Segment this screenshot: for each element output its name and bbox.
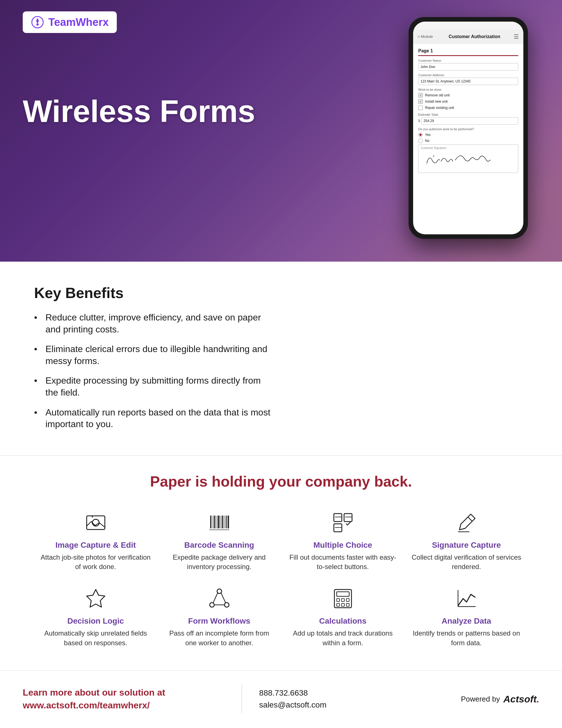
paper-title: Paper is holding your company back. <box>23 473 539 490</box>
svg-rect-29 <box>337 599 339 601</box>
multiple-choice-icon <box>330 510 356 535</box>
phone-nav-back: < Module <box>418 34 433 39</box>
svg-line-25 <box>221 593 226 603</box>
feature-signature-capture: Signature Capture Collect digital verifi… <box>410 510 522 572</box>
feature-signature-capture-name: Signature Capture <box>432 541 501 550</box>
feature-barcode-scanning-name: Barcode Scanning <box>185 541 254 550</box>
phone-outer: < Module Customer Authorization ☰ Page 1… <box>408 17 528 239</box>
checkbox-remove-label: Remove old unit <box>425 93 450 97</box>
svg-point-22 <box>210 603 214 607</box>
checkbox-install-new-unit[interactable]: ✓ Install new unit <box>418 99 518 104</box>
svg-marker-20 <box>87 590 105 607</box>
feature-calculations-name: Calculations <box>319 617 366 626</box>
customer-name-label: Customer Name: <box>418 59 518 62</box>
estimate-input[interactable] <box>421 117 518 125</box>
phone-nav-title: Customer Authorization <box>435 34 514 39</box>
benefit-item-4: Automatically run reports based on the d… <box>34 407 276 430</box>
radio-yes-dot <box>418 133 423 137</box>
features-grid: Image Capture & Edit Attach job-site pho… <box>40 510 522 648</box>
feature-multiple-choice: Multiple Choice Fill out documents faste… <box>287 510 399 572</box>
svg-point-1 <box>36 23 39 26</box>
feature-form-workflows-desc: Pass off an incomplete form from one wor… <box>163 628 275 648</box>
footer-email: sales@actsoft.com <box>259 700 461 710</box>
feature-barcode-scanning-desc: Expedite package delivery and inventory … <box>163 553 275 572</box>
phone-inner: < Module Customer Authorization ☰ Page 1… <box>413 22 523 234</box>
svg-rect-33 <box>341 603 344 606</box>
signature-label: Customer Signature: <box>421 146 447 150</box>
footer-left: Learn more about our solution atwww.acts… <box>23 686 225 712</box>
footer-section: Learn more about our solution atwww.acts… <box>0 670 562 727</box>
radio-no[interactable]: No <box>418 138 518 143</box>
logo-text: TeamWherx <box>48 16 109 28</box>
footer-powered: Powered by Actsoft. <box>461 694 539 705</box>
svg-line-24 <box>213 593 218 603</box>
customer-address-input[interactable] <box>418 78 518 85</box>
footer-actsoft-logo: Actsoft. <box>503 694 539 705</box>
svg-line-18 <box>468 517 472 521</box>
feature-analyze-data-desc: Identify trends or patterns based on for… <box>410 628 522 648</box>
benefits-section: Key Benefits Reduce clutter, improve eff… <box>0 262 562 455</box>
hero-section: TeamWherx Wireless Forms < Module Custom… <box>0 0 562 262</box>
feature-image-capture: Image Capture & Edit Attach job-site pho… <box>40 510 152 572</box>
phone-nav-menu-icon[interactable]: ☰ <box>514 33 519 40</box>
radio-no-label: No <box>425 139 429 143</box>
svg-point-23 <box>225 603 229 607</box>
radio-no-dot <box>418 138 423 143</box>
svg-point-21 <box>217 589 222 593</box>
benefits-title: Key Benefits <box>34 284 276 301</box>
analyze-data-icon <box>454 586 479 611</box>
barcode-scanning-icon <box>207 510 232 535</box>
benefit-item-2: Eliminate clerical errors due to illegib… <box>34 343 276 367</box>
signature-capture-icon <box>454 510 479 535</box>
decision-logic-icon <box>83 586 109 611</box>
estimate-row: $ <box>418 117 518 125</box>
feature-calculations: Calculations Add up totals and track dur… <box>287 586 399 648</box>
feature-multiple-choice-name: Multiple Choice <box>313 541 372 550</box>
work-label: Work to be done: <box>418 88 518 91</box>
footer-learn-text[interactable]: Learn more about our solution atwww.acts… <box>23 686 225 712</box>
customer-address-label: Customer Address: <box>418 73 518 77</box>
teamwherx-logo-icon <box>31 15 44 29</box>
phone-page-label: Page 1 <box>418 48 518 56</box>
paper-section: Paper is holding your company back. Imag… <box>0 455 562 670</box>
radio-yes-label: Yes <box>425 133 431 137</box>
svg-rect-34 <box>346 603 349 606</box>
feature-multiple-choice-desc: Fill out documents faster with easy-to-s… <box>287 553 399 572</box>
feature-image-capture-desc: Attach job-site photos for verification … <box>40 553 152 572</box>
logo-box[interactable]: TeamWherx <box>23 11 117 33</box>
benefits-left: Key Benefits Reduce clutter, improve eff… <box>34 284 276 438</box>
svg-rect-2 <box>87 516 105 530</box>
feature-barcode-scanning: Barcode Scanning Expedite package delive… <box>163 510 275 572</box>
phone-nav-bar: < Module Customer Authorization ☰ <box>413 30 523 44</box>
checkbox-remove-old-unit[interactable]: ✓ Remove old unit <box>418 93 518 98</box>
footer-divider <box>242 685 242 713</box>
checkbox-repair-icon <box>418 106 423 110</box>
feature-signature-capture-desc: Collect digital verification of services… <box>410 553 522 572</box>
customer-name-input[interactable] <box>418 63 518 71</box>
benefits-list: Reduce clutter, improve efficiency, and … <box>34 312 276 430</box>
svg-rect-16 <box>344 514 352 522</box>
calculations-icon <box>330 586 356 611</box>
svg-rect-28 <box>337 592 349 596</box>
feature-image-capture-name: Image Capture & Edit <box>55 541 136 550</box>
footer-powered-text: Powered by <box>461 695 500 704</box>
benefit-item-3: Expedite processing by submitting forms … <box>34 375 276 398</box>
feature-form-workflows-name: Form Workflows <box>188 617 250 626</box>
svg-rect-30 <box>341 599 344 601</box>
image-capture-icon <box>83 510 109 535</box>
feature-decision-logic: Decision Logic Automatically skip unrela… <box>40 586 152 648</box>
feature-decision-logic-name: Decision Logic <box>67 617 124 626</box>
radio-yes[interactable]: Yes <box>418 133 518 137</box>
checkbox-install-label: Install new unit <box>425 100 447 104</box>
checkbox-repair-existing-unit[interactable]: Repair existing unit <box>418 106 518 110</box>
footer-contact: 888.732.6638 sales@actsoft.com <box>259 688 461 710</box>
checkbox-install-icon: ✓ <box>418 99 423 104</box>
feature-form-workflows: Form Workflows Pass off an incomplete fo… <box>163 586 275 648</box>
signature-area[interactable]: Customer Signature: <box>418 144 518 173</box>
phone-status-bar <box>413 22 523 30</box>
phone-mockup: < Module Customer Authorization ☰ Page 1… <box>408 17 528 239</box>
feature-decision-logic-desc: Automatically skip unrelated fields base… <box>40 628 152 648</box>
estimate-label: Estimate Total: <box>418 113 518 116</box>
footer-phone: 888.732.6638 <box>259 688 461 698</box>
work-checkbox-group: ✓ Remove old unit ✓ Install new unit Rep… <box>418 93 518 110</box>
